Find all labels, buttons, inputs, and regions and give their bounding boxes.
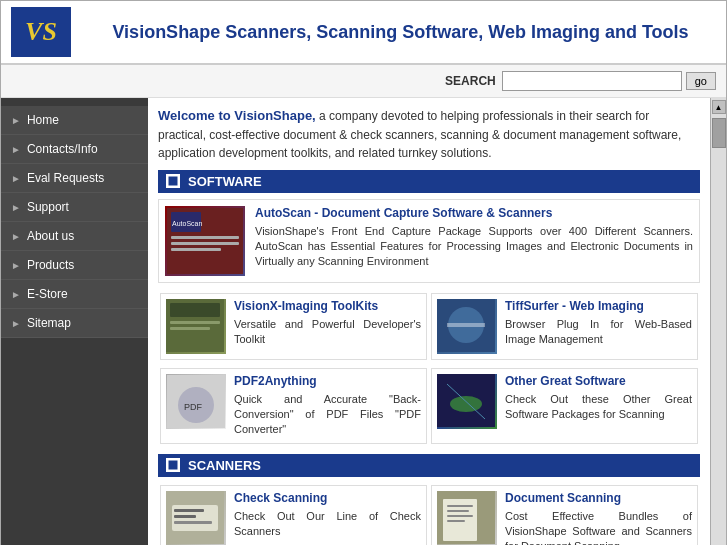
sidebar-item-sitemap[interactable]: ► Sitemap [1, 309, 148, 338]
sidebar-item-about[interactable]: ► About us [1, 222, 148, 251]
sidebar-item-home[interactable]: ► Home [1, 106, 148, 135]
arrow-icon: ► [11, 115, 21, 126]
othersoft-desc: Check Out these Other Great Software Pac… [505, 392, 692, 423]
product-checkscanning: Check Scanning Check Out Our Line of Che… [160, 485, 427, 545]
product-autoscan: AutoScan AutoScan - Document Capture Sof… [158, 199, 700, 283]
svg-rect-0 [168, 176, 178, 186]
product-othersoft: Other Great Software Check Out these Oth… [431, 368, 698, 444]
svg-rect-30 [447, 515, 473, 517]
svg-rect-31 [447, 520, 465, 522]
svg-rect-25 [174, 521, 212, 524]
search-input[interactable] [502, 71, 682, 91]
scrollbar[interactable]: ▲ ▼ [710, 98, 726, 545]
scanners-section-header: SCANNERS [158, 454, 700, 477]
arrow-icon: ► [11, 144, 21, 155]
arrow-icon: ► [11, 289, 21, 300]
visionx-title[interactable]: VisionX-Imaging ToolKits [234, 299, 421, 313]
logo-area: VS [11, 7, 101, 57]
sidebar-item-products[interactable]: ► Products [1, 251, 148, 280]
pdf2-img: PDF [167, 375, 225, 428]
autoscan-img: AutoScan [167, 208, 243, 274]
box-icon [168, 176, 178, 186]
svg-rect-4 [171, 242, 239, 245]
arrow-icon: ► [11, 173, 21, 184]
arrow-icon: ► [11, 202, 21, 213]
checkscanning-img [166, 491, 224, 544]
checkscanning-desc: Check Out Our Line of Check Scanners [234, 509, 421, 540]
svg-rect-20 [168, 460, 178, 470]
sidebar-item-support[interactable]: ► Support [1, 193, 148, 222]
arrow-icon: ► [11, 318, 21, 329]
sidebar-item-eval[interactable]: ► Eval Requests [1, 164, 148, 193]
autoscan-thumbnail: AutoScan [165, 206, 245, 276]
othersoft-img [437, 374, 495, 427]
section-icon [166, 174, 180, 188]
pdf2-title[interactable]: PDF2Anything [234, 374, 421, 388]
main-layout: ► Home ► Contacts/Info ► Eval Requests ►… [1, 98, 726, 545]
tiffsurfer-thumbnail [437, 299, 497, 354]
checkscanning-title[interactable]: Check Scanning [234, 491, 421, 505]
logo-box: VS [11, 7, 71, 57]
docscanning-title[interactable]: Document Scanning [505, 491, 692, 505]
product-tiffsurfer: TiffSurfer - Web Imaging Browser Plug In… [431, 293, 698, 360]
svg-rect-24 [174, 515, 196, 518]
search-button[interactable]: go [686, 72, 716, 90]
sidebar-item-contacts[interactable]: ► Contacts/Info [1, 135, 148, 164]
docscanning-thumbnail [437, 491, 497, 545]
pdf2-thumbnail: PDF [166, 374, 226, 429]
logo-icon: VS [25, 17, 57, 47]
welcome-title: Welcome to VisionShape, [158, 108, 316, 123]
svg-rect-9 [170, 321, 220, 324]
pdf2-desc: Quick and Accurate "Back-Conversion" of … [234, 392, 421, 438]
svg-rect-23 [174, 509, 204, 512]
autoscan-desc: VisionShape's Front End Capture Package … [255, 224, 693, 270]
docscanning-info: Document Scanning Cost Effective Bundles… [505, 491, 692, 545]
docscanning-desc: Cost Effective Bundles of VisionShape So… [505, 509, 692, 545]
othersoft-title[interactable]: Other Great Software [505, 374, 692, 388]
product-pdf2anything: PDF PDF2Anything Quick and Accurate "Bac… [160, 368, 427, 444]
svg-point-18 [450, 396, 482, 412]
scroll-thumb[interactable] [712, 118, 726, 148]
visionx-desc: Versatile and Powerful Developer's Toolk… [234, 317, 421, 348]
content-area: Welcome to VisionShape, a company devote… [148, 98, 710, 545]
svg-rect-13 [447, 323, 485, 327]
product-visionx: VisionX-Imaging ToolKits Versatile and P… [160, 293, 427, 360]
svg-rect-3 [171, 236, 239, 239]
welcome-section: Welcome to VisionShape, a company devote… [158, 106, 700, 162]
tiffsurfer-info: TiffSurfer - Web Imaging Browser Plug In… [505, 299, 692, 348]
tiffsurfer-title[interactable]: TiffSurfer - Web Imaging [505, 299, 692, 313]
svg-rect-10 [170, 327, 210, 330]
svg-text:AutoScan: AutoScan [172, 220, 202, 227]
othersoft-thumbnail [437, 374, 497, 429]
checkscanning-thumbnail [166, 491, 226, 545]
page-header: VS VisionShape Scanners, Scanning Softwa… [1, 1, 726, 65]
sidebar: ► Home ► Contacts/Info ► Eval Requests ►… [1, 98, 148, 545]
visionx-thumbnail [166, 299, 226, 354]
svg-rect-29 [447, 510, 469, 512]
search-label: SEARCH [445, 74, 496, 88]
visionx-img [166, 299, 224, 352]
product-row-1: VisionX-Imaging ToolKits Versatile and P… [158, 291, 700, 362]
othersoft-info: Other Great Software Check Out these Oth… [505, 374, 692, 423]
search-bar: SEARCH go [1, 65, 726, 98]
product-row-scanners: Check Scanning Check Out Our Line of Che… [158, 483, 700, 545]
scroll-up[interactable]: ▲ [712, 100, 726, 114]
pdf2-info: PDF2Anything Quick and Accurate "Back-Co… [234, 374, 421, 438]
tiffsurfer-img [437, 299, 495, 352]
visionx-info: VisionX-Imaging ToolKits Versatile and P… [234, 299, 421, 348]
docscanning-img [437, 491, 495, 544]
product-row-2: PDF PDF2Anything Quick and Accurate "Bac… [158, 366, 700, 446]
svg-rect-28 [447, 505, 473, 507]
autoscan-info: AutoScan - Document Capture Software & S… [255, 206, 693, 270]
software-section-header: SOFTWARE [158, 170, 700, 193]
site-title: VisionShape Scanners, Scanning Software,… [101, 22, 700, 43]
svg-text:PDF: PDF [184, 402, 203, 412]
autoscan-title[interactable]: AutoScan - Document Capture Software & S… [255, 206, 693, 220]
box-icon [168, 460, 178, 470]
sidebar-item-estore[interactable]: ► E-Store [1, 280, 148, 309]
arrow-icon: ► [11, 260, 21, 271]
tiffsurfer-desc: Browser Plug In for Web-Based Image Mana… [505, 317, 692, 348]
svg-rect-5 [171, 248, 221, 251]
arrow-icon: ► [11, 231, 21, 242]
section-icon [166, 458, 180, 472]
